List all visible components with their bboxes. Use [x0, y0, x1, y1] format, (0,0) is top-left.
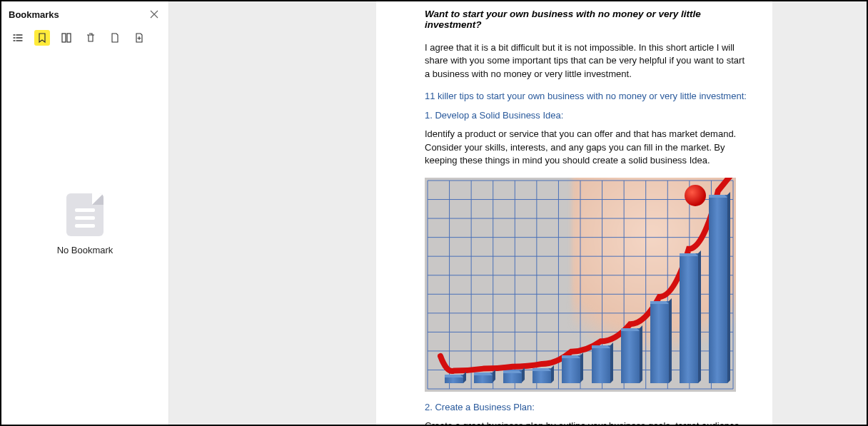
trash-icon — [85, 32, 96, 44]
svg-rect-1 — [67, 34, 71, 42]
chart-bars — [445, 183, 727, 383]
document-page[interactable]: Want to start your own business with no … — [376, 1, 772, 425]
intro-paragraph: I agree that it is a bit difficult but i… — [425, 41, 751, 81]
bar — [680, 253, 701, 383]
document-placeholder-icon — [66, 193, 104, 236]
page-icon — [109, 32, 121, 44]
step-1-body: Identify a product or service that you c… — [425, 128, 751, 167]
step-2-title: 2. Create a Business Plan: — [425, 402, 751, 412]
add-page-button[interactable] — [131, 30, 147, 46]
bar — [474, 372, 495, 382]
empty-state-label: No Bookmark — [57, 245, 113, 255]
sidebar-title: Bookmarks — [9, 9, 59, 20]
bookmarks-sidebar: Bookmarks — [1, 1, 169, 425]
page-heading: Want to start your own business with no … — [425, 9, 751, 30]
bar — [650, 301, 672, 383]
bar — [709, 195, 730, 383]
step-1-title: 1. Develop a Solid Business Idea: — [425, 110, 751, 121]
close-sidebar-button[interactable] — [147, 7, 161, 21]
bar — [621, 328, 642, 383]
page-gutter-left — [169, 1, 376, 425]
outline-tab[interactable] — [10, 30, 26, 46]
bar — [592, 345, 613, 383]
growth-chart-image — [425, 178, 736, 392]
delete-button[interactable] — [83, 30, 99, 46]
bar — [445, 375, 466, 383]
close-icon — [150, 10, 158, 19]
empty-state: No Bookmark — [1, 53, 168, 425]
page-gutter-right — [772, 1, 867, 425]
bar — [533, 368, 554, 383]
bar — [503, 370, 525, 382]
bookmark-icon — [36, 32, 48, 44]
step-2-body: Create a great business plan by outline … — [425, 420, 751, 425]
list-icon — [12, 32, 24, 44]
sidebar-header: Bookmarks — [1, 1, 168, 26]
sidebar-toolbar — [1, 26, 168, 53]
thumbnails-tab[interactable] — [59, 30, 74, 46]
page-button[interactable] — [107, 30, 123, 46]
add-page-icon — [133, 32, 145, 44]
bar — [562, 355, 583, 382]
thumbnails-icon — [61, 32, 72, 44]
bookmarks-tab[interactable] — [34, 30, 50, 46]
section-heading: 11 killer tips to start your own busines… — [425, 91, 751, 101]
app-root: Bookmarks — [1, 1, 867, 425]
marker-tip — [685, 185, 706, 206]
svg-rect-0 — [62, 34, 66, 42]
